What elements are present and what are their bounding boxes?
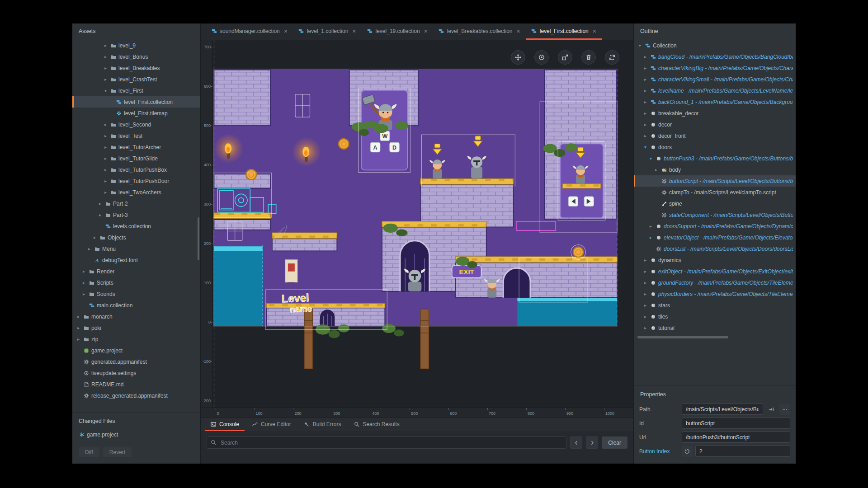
- outline-item[interactable]: ▸groundFactory - /main/Prefabs/Game/Obje…: [634, 277, 796, 288]
- asset-item[interactable]: ▸level_Breakables: [72, 62, 200, 74]
- tree-expand-arrow-icon[interactable]: ▸: [643, 122, 648, 127]
- tree-expand-arrow-icon[interactable]: ▸: [81, 281, 86, 285]
- editor-tab[interactable]: soundManager.collection×: [206, 23, 293, 40]
- tree-expand-arrow-icon[interactable]: ▸: [103, 156, 108, 161]
- asset-item[interactable]: ▸level_CrashTest: [72, 74, 200, 85]
- tree-expand-arrow-icon[interactable]: ▸: [103, 134, 108, 138]
- outline-item[interactable]: ▸bangCloud - /main/Prefabs/Game/Objects/…: [634, 51, 796, 62]
- asset-item[interactable]: main.collection: [72, 300, 200, 311]
- asset-item[interactable]: release_generated.appmanifest: [72, 390, 200, 401]
- outline-item[interactable]: ▸levelName - /main/Prefabs/Game/Objects/…: [634, 85, 796, 96]
- asset-item[interactable]: ▸level_Bonus: [72, 51, 200, 62]
- asset-item[interactable]: ▸monarch: [72, 311, 200, 322]
- outline-hscrollbar-thumb[interactable]: [637, 336, 728, 338]
- outline-item[interactable]: ▸breakable_decor: [634, 108, 796, 119]
- tab-close-icon[interactable]: ×: [352, 28, 356, 34]
- asset-item[interactable]: ▸zip: [72, 333, 200, 345]
- tree-expand-arrow-icon[interactable]: ▸: [76, 337, 81, 342]
- outline-item[interactable]: stateComponent - /main/Scripts/Level/Obj…: [634, 209, 796, 221]
- panel-tab-search-results[interactable]: Search Results: [348, 418, 405, 431]
- panel-tab-build-errors[interactable]: Build Errors: [298, 418, 347, 431]
- coin-2[interactable]: [246, 169, 256, 180]
- tree-expand-arrow-icon[interactable]: ▸: [81, 269, 86, 274]
- tree-expand-arrow-icon[interactable]: ▸: [648, 224, 653, 229]
- tree-expand-arrow-icon[interactable]: ▸: [103, 145, 108, 150]
- asset-item[interactable]: ▸Part-2: [72, 198, 200, 209]
- asset-item[interactable]: ▸Render: [72, 266, 200, 277]
- tree-expand-arrow-icon[interactable]: ▸: [643, 281, 648, 285]
- outline-item[interactable]: clampTo - /main/Scripts/Level/clampTo.sc…: [634, 187, 796, 198]
- search-prev-button[interactable]: [570, 436, 582, 449]
- tree-expand-arrow-icon[interactable]: ▸: [81, 292, 86, 296]
- tab-close-icon[interactable]: ×: [424, 28, 428, 34]
- tree-expand-arrow-icon[interactable]: ▸: [643, 77, 648, 82]
- tree-expand-arrow-icon[interactable]: ▸: [643, 89, 648, 93]
- asset-item[interactable]: AdebugText.font: [72, 254, 200, 266]
- url-input[interactable]: [682, 432, 790, 443]
- tree-expand-arrow-icon[interactable]: ▸: [103, 168, 108, 172]
- tree-expand-arrow-icon[interactable]: ▸: [103, 66, 108, 70]
- asset-item[interactable]: ▸level_Test: [72, 130, 200, 141]
- outline-item[interactable]: ▾buttonPush3 - /main/Prefabs/Game/Object…: [634, 153, 796, 164]
- asset-item[interactable]: ▸level_TwoArchers: [72, 187, 200, 198]
- coin-3[interactable]: [571, 245, 585, 260]
- asset-item[interactable]: level_First.tilemap: [72, 108, 200, 119]
- tree-collapse-arrow-icon[interactable]: ▾: [643, 145, 648, 150]
- tree-expand-arrow-icon[interactable]: ▸: [76, 326, 81, 330]
- outline-item[interactable]: ▸physicBorders - /main/Prefabs/Game/Obje…: [634, 288, 796, 300]
- scene-canvas[interactable]: EXIT: [213, 40, 633, 408]
- search-next-button[interactable]: [586, 436, 598, 449]
- tree-expand-arrow-icon[interactable]: ▸: [103, 122, 108, 127]
- asset-item[interactable]: ▸Sounds: [72, 288, 200, 300]
- outline-item[interactable]: ▸exitObject - /main/Prefabs/Game/Objects…: [634, 266, 796, 277]
- water-pool-left[interactable]: [214, 245, 262, 326]
- asset-item[interactable]: ▾level_First: [72, 85, 200, 96]
- move-tool-button[interactable]: [511, 50, 525, 65]
- outline-item[interactable]: ▸dynamics: [634, 254, 796, 266]
- outline-item[interactable]: ▸characterVikingSmall - /main/Prefabs/Ga…: [634, 74, 796, 85]
- asset-item[interactable]: ▸poki: [72, 322, 200, 333]
- outline-item[interactable]: ▾Collection: [634, 40, 796, 51]
- tree-expand-arrow-icon[interactable]: ▸: [654, 168, 659, 172]
- editor-tab[interactable]: level_First.collection×: [526, 23, 602, 40]
- id-input[interactable]: [682, 418, 790, 429]
- asset-item[interactable]: ▸level_TutorArcher: [72, 141, 200, 153]
- tree-expand-arrow-icon[interactable]: ▸: [103, 43, 108, 48]
- tree-collapse-arrow-icon[interactable]: ▾: [103, 89, 108, 93]
- outline-item[interactable]: ▸tutorial: [634, 322, 796, 333]
- console-clear-button[interactable]: Clear: [602, 436, 627, 449]
- exit-door[interactable]: [503, 268, 530, 298]
- button-index-input[interactable]: [695, 446, 790, 457]
- asset-item[interactable]: liveupdate.settings: [72, 367, 200, 379]
- tree-expand-arrow-icon[interactable]: ▸: [98, 213, 103, 217]
- scale-tool-button[interactable]: [558, 50, 572, 65]
- outline-item[interactable]: ▾doors: [634, 141, 796, 153]
- outline-item[interactable]: ▸tiles: [634, 311, 796, 322]
- outline-item[interactable]: buttonScript - /main/Scripts/Level/Objec…: [634, 175, 796, 187]
- assets-scrollbar[interactable]: [198, 217, 199, 260]
- editor-tab[interactable]: level_Breakables.collection×: [433, 23, 526, 40]
- asset-item[interactable]: README.md: [72, 379, 200, 390]
- asset-item[interactable]: ▸Objects: [72, 232, 200, 243]
- asset-item[interactable]: game.project: [72, 345, 200, 356]
- tree-expand-arrow-icon[interactable]: ▸: [643, 326, 648, 330]
- asset-item[interactable]: level_First.collection: [72, 96, 200, 108]
- delete-tool-button[interactable]: [581, 50, 596, 65]
- small-arch-door[interactable]: [320, 310, 335, 326]
- asset-item[interactable]: ▸Scripts: [72, 277, 200, 288]
- tree-expand-arrow-icon[interactable]: ▸: [98, 202, 103, 206]
- refresh-tool-button[interactable]: [605, 50, 619, 65]
- tree-expand-arrow-icon[interactable]: ▸: [643, 111, 648, 116]
- asset-item[interactable]: levels.collection: [72, 221, 200, 232]
- console-search-input[interactable]: [207, 436, 566, 449]
- tab-close-icon[interactable]: ×: [517, 28, 520, 34]
- outline-item[interactable]: ▸body: [634, 164, 796, 175]
- editor-tab[interactable]: level_19.collection×: [362, 23, 433, 40]
- asset-item[interactable]: ▸level_TutorGlide: [72, 153, 200, 164]
- outline-item[interactable]: doorsList - /main/Scripts/Level/Objects/…: [634, 243, 796, 254]
- panel-tab-curve-editor[interactable]: Curve Editor: [246, 418, 297, 431]
- tree-expand-arrow-icon[interactable]: ▸: [87, 247, 92, 251]
- tab-close-icon[interactable]: ×: [284, 28, 288, 34]
- tree-expand-arrow-icon[interactable]: ▸: [103, 190, 108, 195]
- tree-expand-arrow-icon[interactable]: ▸: [92, 235, 97, 240]
